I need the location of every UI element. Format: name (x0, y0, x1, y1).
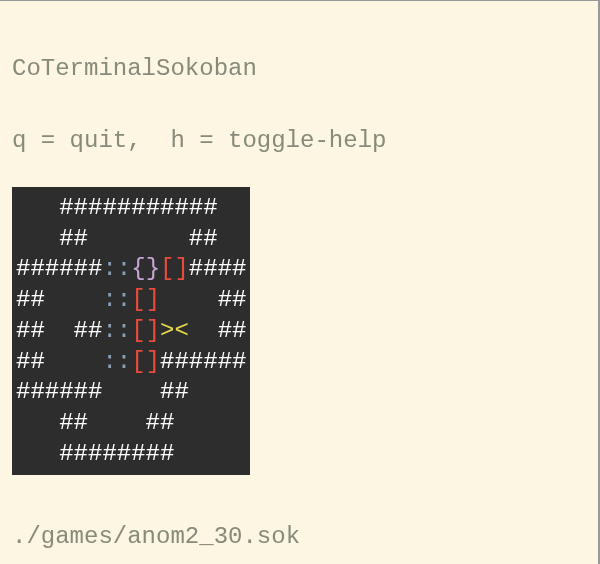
box-on-goal-cell: {} (131, 255, 160, 282)
wall-cell: ## ## (16, 317, 102, 344)
help-line: q = quit, h = toggle-help (12, 129, 586, 153)
game-row: ## ## (16, 224, 246, 255)
goal-cell: :: (102, 255, 131, 282)
wall-cell: ## (102, 378, 188, 405)
footer: ./games/anom2_30.sok ...level 5 (12, 477, 586, 564)
player-cell: >< (160, 317, 189, 344)
header: CoTerminalSokoban q = quit, h = toggle-h… (12, 9, 586, 177)
game-row: ###### ## (16, 377, 246, 408)
wall-cell: ## (189, 317, 247, 344)
game-row: ########### (16, 193, 246, 224)
game-row: ## ## (16, 408, 246, 439)
level-file-path: ./games/anom2_30.sok (12, 525, 586, 549)
game-row: ######## (16, 439, 246, 470)
goal-cell: :: (102, 317, 131, 344)
game-board[interactable]: ########### ## ########::{}[]###### ::[]… (12, 187, 250, 475)
box-cell: [] (160, 255, 189, 282)
wall-cell: ## (160, 286, 246, 313)
wall-cell: ######## (16, 440, 174, 467)
wall-cell: ###### (16, 255, 102, 282)
wall-cell (16, 225, 59, 252)
game-row: ######::{}[]#### (16, 254, 246, 285)
goal-cell: :: (88, 286, 131, 313)
wall-cell: ###### (160, 348, 246, 375)
wall-cell: ## (16, 348, 88, 375)
wall-cell: ## ## (16, 409, 174, 436)
wall-cell: ## (16, 286, 88, 313)
game-row: ## ##::[]>< ## (16, 316, 246, 347)
box-cell: [] (131, 348, 160, 375)
wall-cell (16, 194, 59, 221)
wall-cell: ###### (16, 378, 102, 405)
app-title: CoTerminalSokoban (12, 57, 586, 81)
goal-cell: :: (88, 348, 131, 375)
box-cell: [] (131, 286, 160, 313)
box-cell: [] (131, 317, 160, 344)
wall-cell: ## ## (59, 225, 217, 252)
wall-cell: #### (189, 255, 247, 282)
game-row: ## ::[]###### (16, 347, 246, 378)
wall-cell: ########### (59, 194, 217, 221)
game-row: ## ::[] ## (16, 285, 246, 316)
